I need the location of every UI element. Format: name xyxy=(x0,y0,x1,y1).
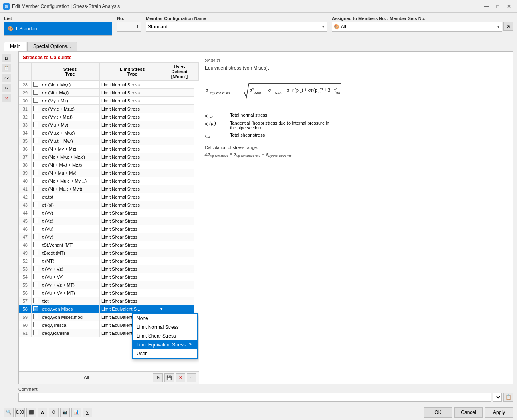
user-defined-cell[interactable] xyxy=(165,89,194,97)
table-row[interactable]: 55τ (Vy + Vz + MT)Limit Shear Stress xyxy=(19,281,199,289)
row-checkbox-cell[interactable] xyxy=(31,321,40,329)
user-defined-cell[interactable] xyxy=(165,289,194,297)
row-checkbox-cell[interactable] xyxy=(31,273,40,281)
table-row[interactable]: 58✓σeqv,von MisesLimit Equivalent S...▼ xyxy=(19,305,199,313)
checkbox-icon[interactable] xyxy=(33,242,38,247)
row-checkbox-cell[interactable] xyxy=(31,209,40,217)
user-defined-cell[interactable] xyxy=(165,153,194,161)
user-defined-cell[interactable] xyxy=(165,233,194,241)
check-btn[interactable]: ✓✓ xyxy=(2,74,11,82)
user-defined-cell[interactable] xyxy=(165,177,194,185)
user-defined-cell[interactable] xyxy=(165,193,194,201)
close-button[interactable]: ✕ xyxy=(504,2,514,11)
row-checkbox-cell[interactable] xyxy=(31,145,40,153)
user-defined-cell[interactable] xyxy=(165,305,194,313)
limit-stress-type-cell[interactable]: Limit Shear Stress xyxy=(100,281,165,289)
limit-stress-type-cell[interactable]: Limit Shear Stress xyxy=(100,209,165,217)
row-checkbox-cell[interactable] xyxy=(31,89,40,97)
row-checkbox-cell[interactable] xyxy=(31,313,40,321)
table-row[interactable]: 45τ (Vz)Limit Shear Stress xyxy=(19,217,199,225)
table-container[interactable]: StressType Limit StressType User-Defined… xyxy=(19,62,199,371)
row-checkbox-cell[interactable] xyxy=(31,249,40,257)
table-row[interactable]: 44τ (Vy)Limit Shear Stress xyxy=(19,209,199,217)
limit-stress-type-cell[interactable]: Limit Normal Stress xyxy=(100,185,165,193)
table-row[interactable]: 39σx (N + Mu + Mv)Limit Normal Stress xyxy=(19,169,199,177)
copy-btn[interactable]: 📋 xyxy=(2,64,11,72)
table-row[interactable]: 28σx (Nc + Mv,c)Limit Normal Stress xyxy=(19,81,199,89)
checkbox-icon[interactable] xyxy=(33,170,38,175)
toolbar-decimals-btn[interactable]: 0.00 xyxy=(15,408,25,417)
member-config-combo[interactable]: Standard ▼ xyxy=(146,22,327,32)
limit-stress-dropdown-caret[interactable]: ▼ xyxy=(160,307,163,311)
user-defined-cell[interactable] xyxy=(165,97,194,105)
checkbox-icon[interactable]: ✓ xyxy=(33,306,38,311)
limit-stress-type-cell[interactable]: Limit Normal Stress xyxy=(100,113,165,121)
dropdown-item[interactable]: Limit Normal Stress xyxy=(133,323,197,332)
limit-stress-type-cell[interactable]: Limit Shear Stress xyxy=(100,289,165,297)
limit-stress-type-cell[interactable]: Limit Normal Stress xyxy=(100,201,165,209)
checkbox-icon[interactable] xyxy=(33,138,38,143)
dropdown-item[interactable]: User xyxy=(133,349,197,358)
row-checkbox-cell[interactable] xyxy=(31,257,40,265)
row-checkbox-cell[interactable] xyxy=(31,225,40,233)
table-row[interactable]: 34σx (Mu,c + Mv,c)Limit Normal Stress xyxy=(19,129,199,137)
dropdown-item[interactable]: None xyxy=(133,314,197,323)
apply-button[interactable]: Apply xyxy=(485,407,513,418)
checkbox-icon[interactable] xyxy=(33,218,38,223)
user-defined-cell[interactable] xyxy=(165,281,194,289)
checkbox-icon[interactable] xyxy=(33,178,38,183)
checkbox-icon[interactable] xyxy=(33,322,38,327)
user-defined-cell[interactable] xyxy=(165,297,194,305)
minimize-button[interactable]: — xyxy=(482,2,491,11)
table-row[interactable]: 33σx (Mu + Mv)Limit Normal Stress xyxy=(19,121,199,129)
row-checkbox-cell[interactable] xyxy=(31,289,40,297)
limit-stress-type-cell[interactable]: Limit Normal Stress xyxy=(100,129,165,137)
checkbox-icon[interactable] xyxy=(33,106,38,111)
checkbox-icon[interactable] xyxy=(33,258,38,263)
checkbox-icon[interactable] xyxy=(33,250,38,255)
toolbar-sum-btn[interactable]: ∑ xyxy=(83,408,92,417)
user-defined-cell[interactable] xyxy=(165,273,194,281)
table-row[interactable]: 47τ (Vv)Limit Shear Stress xyxy=(19,233,199,241)
table-row[interactable]: 52τ (MT)Limit Shear Stress xyxy=(19,257,199,265)
cancel-button[interactable]: Cancel xyxy=(454,407,483,418)
row-checkbox-cell[interactable] xyxy=(31,233,40,241)
user-defined-cell[interactable] xyxy=(165,217,194,225)
row-checkbox-cell[interactable] xyxy=(31,281,40,289)
limit-stress-type-cell[interactable]: Limit Normal Stress xyxy=(100,193,165,201)
row-checkbox-cell[interactable] xyxy=(31,113,40,121)
table-row[interactable]: 37σx (Nc + My,c + Mz,c)Limit Normal Stre… xyxy=(19,153,199,161)
table-row[interactable]: 35σx (Mu,t + Mv,t)Limit Normal Stress xyxy=(19,137,199,145)
checkbox-icon[interactable] xyxy=(33,122,38,127)
user-defined-cell[interactable] xyxy=(165,201,194,209)
user-defined-cell[interactable] xyxy=(165,249,194,257)
limit-stress-type-cell[interactable]: Limit Normal Stress xyxy=(100,153,165,161)
checkbox-icon[interactable] xyxy=(33,274,38,279)
toolbar-search-btn[interactable]: 🔍 xyxy=(4,408,14,417)
limit-stress-type-cell[interactable]: Limit Normal Stress xyxy=(100,89,165,97)
row-checkbox-cell[interactable] xyxy=(31,97,40,105)
user-defined-cell[interactable] xyxy=(165,169,194,177)
limit-stress-type-cell[interactable]: Limit Normal Stress xyxy=(100,161,165,169)
toolbar-settings-btn[interactable]: ⚙ xyxy=(49,408,59,417)
limit-stress-type-cell[interactable]: Limit Shear Stress xyxy=(100,233,165,241)
table-row[interactable]: 57τtotLimit Shear Stress xyxy=(19,297,199,305)
user-defined-cell[interactable] xyxy=(165,225,194,233)
limit-stress-type-cell[interactable]: Limit Equivalent S...▼ xyxy=(100,305,165,313)
toolbar-view-btn[interactable]: ⬛ xyxy=(26,408,36,417)
user-defined-cell[interactable] xyxy=(165,105,194,113)
limit-stress-type-cell[interactable]: Limit Shear Stress xyxy=(100,297,165,305)
user-defined-cell[interactable] xyxy=(165,113,194,121)
toolbar-chart-btn[interactable]: 📊 xyxy=(71,408,81,417)
list-selected-item[interactable]: 🎨 1 Standard xyxy=(4,22,112,35)
row-checkbox-cell[interactable] xyxy=(31,177,40,185)
limit-stress-type-cell[interactable]: Limit Shear Stress xyxy=(100,273,165,281)
tab-main[interactable]: Main xyxy=(4,42,26,51)
row-checkbox-cell[interactable] xyxy=(31,217,40,225)
limit-stress-type-cell[interactable]: Limit Normal Stress xyxy=(100,169,165,177)
table-row[interactable]: 30σx (My + Mz)Limit Normal Stress xyxy=(19,97,199,105)
checkbox-icon[interactable] xyxy=(33,114,38,119)
limit-stress-type-cell[interactable]: Limit Normal Stress xyxy=(100,105,165,113)
toolbar-screenshot-btn[interactable]: 📷 xyxy=(60,408,70,417)
limit-stress-type-cell[interactable]: Limit Normal Stress xyxy=(100,121,165,129)
